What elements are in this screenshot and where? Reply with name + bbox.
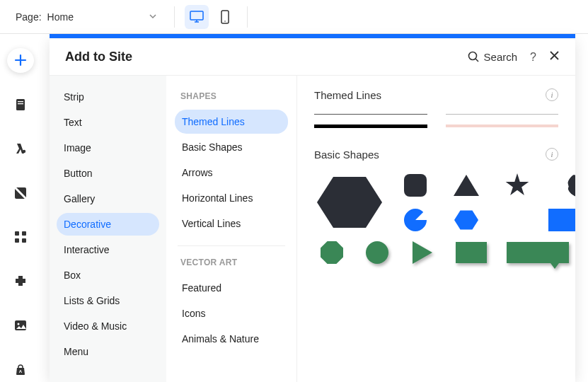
shape-star[interactable] — [505, 173, 529, 197]
svg-point-15 — [468, 52, 476, 60]
sub-horizontal[interactable]: Horizontal Lines — [175, 186, 288, 210]
sub-animals[interactable]: Animals & Nature — [175, 327, 288, 351]
cat-menu[interactable]: Menu — [57, 340, 159, 363]
cat-image[interactable]: Image — [57, 137, 159, 159]
sub-themed-lines[interactable]: Themed Lines — [175, 110, 288, 134]
svg-rect-3 — [16, 99, 25, 110]
search-label: Search — [484, 51, 518, 63]
info-icon[interactable]: i — [546, 148, 558, 161]
panel-header: Add to Site Search ? — [50, 39, 575, 76]
section-title: Basic Shapes — [314, 149, 379, 161]
line-thin-gray[interactable] — [446, 114, 559, 115]
close-icon — [549, 50, 560, 61]
shape-triangle[interactable] — [454, 175, 479, 196]
svg-rect-0 — [190, 11, 203, 20]
svg-rect-10 — [15, 238, 19, 243]
left-rail: A — [0, 34, 41, 382]
sub-featured[interactable]: Featured — [175, 276, 288, 300]
cat-box[interactable]: Box — [57, 264, 159, 286]
page-value: Home — [47, 11, 74, 23]
mobile-view-button[interactable] — [213, 5, 237, 29]
line-pink[interactable] — [446, 125, 559, 127]
divider — [178, 245, 285, 246]
page-selector[interactable]: Page: Home — [8, 5, 164, 29]
divider — [247, 6, 248, 28]
category-column: Strip Text Image Button Gallery Decorati… — [50, 76, 166, 382]
shape-seal[interactable] — [567, 173, 575, 197]
subcategory-column: SHAPES Themed Lines Basic Shapes Arrows … — [166, 76, 297, 382]
shape-hexagon-large[interactable] — [317, 174, 382, 231]
shape-hexagon-small[interactable] — [454, 209, 478, 231]
panel-body: Strip Text Image Button Gallery Decorati… — [50, 76, 575, 382]
cat-video[interactable]: Video & Music — [57, 315, 159, 337]
svg-rect-11 — [22, 238, 26, 243]
cat-interactive[interactable]: Interactive — [57, 238, 159, 261]
cat-gallery[interactable]: Gallery — [57, 187, 159, 210]
device-switcher — [185, 5, 237, 29]
shape-speech-bubble[interactable] — [507, 242, 569, 263]
shape-rectangle-blue[interactable] — [548, 209, 575, 231]
close-button[interactable] — [549, 50, 560, 64]
cat-text[interactable]: Text — [57, 111, 159, 134]
svg-point-2 — [224, 21, 226, 22]
cat-lists[interactable]: Lists & Grids — [57, 289, 159, 312]
add-apps-icon[interactable] — [7, 270, 34, 294]
section-title: Themed Lines — [314, 89, 381, 101]
svg-point-6 — [23, 150, 25, 153]
section-basic-shapes: Basic Shapes i — [314, 148, 558, 264]
info-icon[interactable]: i — [546, 88, 558, 101]
content-column: Themed Lines i Basic Shapes i — [297, 76, 575, 382]
line-thin-dark[interactable] — [314, 114, 427, 115]
apps-icon[interactable] — [7, 225, 34, 250]
cat-button[interactable]: Button — [57, 162, 159, 185]
section-themed-lines: Themed Lines i — [314, 88, 558, 128]
sub-header-vector: VECTOR ART — [175, 253, 288, 274]
shape-rectangle-green[interactable] — [456, 242, 487, 263]
svg-text:A: A — [19, 369, 23, 374]
cat-decorative[interactable]: Decorative — [57, 213, 159, 236]
svg-rect-5 — [18, 103, 23, 104]
sub-icons[interactable]: Icons — [175, 301, 288, 325]
svg-rect-9 — [22, 231, 26, 236]
shape-octagon[interactable] — [321, 241, 343, 264]
sub-vertical[interactable]: Vertical Lines — [175, 212, 288, 236]
shape-rounded-square[interactable] — [404, 174, 427, 197]
add-panel: Add to Site Search ? Strip Text Image Bu… — [50, 39, 575, 382]
line-thick-black[interactable] — [314, 125, 427, 128]
sub-arrows[interactable]: Arrows — [175, 161, 288, 185]
search-button[interactable]: Search — [468, 51, 518, 63]
cat-strip[interactable]: Strip — [57, 86, 159, 108]
shape-play-triangle[interactable] — [413, 241, 432, 264]
topbar: Page: Home — [0, 0, 588, 34]
shape-pie[interactable] — [399, 204, 431, 236]
sub-basic-shapes[interactable]: Basic Shapes — [175, 135, 288, 159]
sub-header-shapes: SHAPES — [175, 87, 288, 108]
shape-circle[interactable] — [366, 241, 388, 264]
svg-point-13 — [18, 323, 20, 325]
panel-title: Add to Site — [65, 50, 132, 64]
store-icon[interactable]: A — [7, 358, 34, 383]
pages-icon[interactable] — [7, 93, 34, 117]
media-icon[interactable] — [7, 313, 34, 338]
svg-rect-4 — [18, 101, 23, 102]
accent-strip — [50, 34, 575, 38]
help-button[interactable]: ? — [530, 51, 536, 64]
chevron-down-icon — [149, 11, 157, 23]
design-icon[interactable] — [7, 137, 34, 161]
page-label: Page: — [16, 11, 42, 23]
add-button[interactable] — [7, 48, 34, 73]
divider — [174, 6, 175, 28]
search-icon — [468, 51, 480, 63]
svg-rect-8 — [15, 231, 19, 236]
background-icon[interactable] — [7, 181, 34, 206]
desktop-view-button[interactable] — [185, 5, 209, 29]
